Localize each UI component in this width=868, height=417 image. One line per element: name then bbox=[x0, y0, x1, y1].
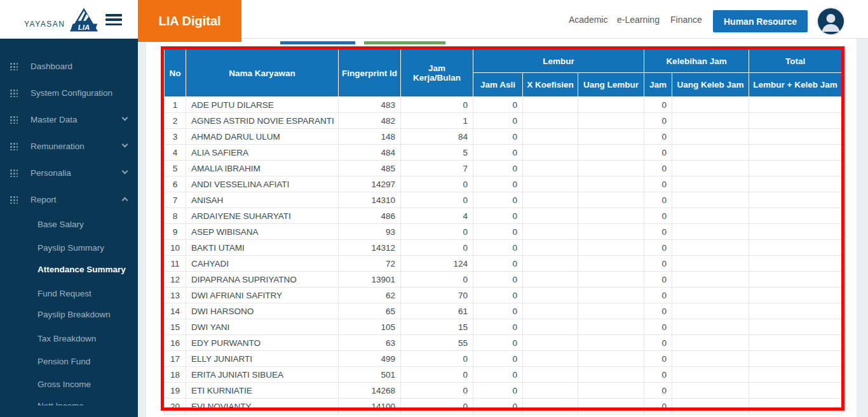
cell-no: 16 bbox=[165, 335, 186, 351]
sidebar-item-report[interactable]: Report bbox=[0, 194, 138, 205]
cell-no: 10 bbox=[165, 240, 186, 256]
apps-icon bbox=[10, 89, 18, 97]
sidebar-subitem-gross-income[interactable]: Gross Income bbox=[0, 378, 138, 390]
cell-uang-lembur bbox=[578, 303, 644, 319]
col-header-uang-keleb: Uang Keleb Jam bbox=[672, 73, 749, 97]
cell-lembur-keleb-jam bbox=[749, 129, 842, 145]
cell-lembur-keleb-jam bbox=[749, 176, 842, 192]
cell-uang-keleb-jam bbox=[672, 161, 749, 176]
cell-x-koefisien bbox=[523, 335, 578, 351]
cell-fingerprint-id: 483 bbox=[339, 97, 401, 113]
cell-x-koefisien bbox=[523, 97, 578, 113]
group-header-kelebihan: Kelebihan Jam bbox=[644, 50, 749, 73]
cell-x-koefisien bbox=[523, 129, 578, 145]
brand-logo[interactable]: YAYASAN LIA bbox=[24, 5, 98, 34]
cell-nama-karyawan: DWI AFRIANI SAFITRY bbox=[186, 288, 339, 303]
cell-x-koefisien bbox=[523, 367, 578, 383]
cell-x-koefisien bbox=[523, 288, 578, 303]
col-header-lembur-keleb: Lembur + Keleb Jam bbox=[749, 73, 842, 97]
cell-jam-kerja-bulan: 15 bbox=[401, 319, 473, 335]
cell-uang-keleb-jam bbox=[672, 192, 749, 208]
cell-lembur-keleb-jam bbox=[749, 383, 842, 399]
nav-elearning[interactable]: e-Learning bbox=[617, 0, 660, 39]
cell-lembur-keleb-jam bbox=[749, 351, 842, 367]
sidebar-subitem-base-salary[interactable]: Base Salary bbox=[0, 218, 138, 230]
cell-nama-karyawan: AHMAD DARUL ULUM bbox=[186, 129, 339, 145]
cell-fingerprint-id: 486 bbox=[339, 208, 401, 224]
cell-lembur-keleb-jam bbox=[749, 367, 842, 383]
cell-uang-lembur bbox=[578, 129, 644, 145]
user-avatar[interactable] bbox=[818, 8, 844, 34]
cell-uang-lembur bbox=[578, 367, 644, 383]
cell-x-koefisien bbox=[523, 319, 578, 335]
cell-uang-lembur bbox=[578, 224, 644, 240]
cell-fingerprint-id: 65 bbox=[339, 303, 401, 319]
green-button-partial[interactable] bbox=[364, 41, 445, 44]
cell-jam-kerja-bulan: 0 bbox=[401, 192, 473, 208]
cell-nama-karyawan: ETI KURNIATIE bbox=[186, 383, 339, 399]
cell-fingerprint-id: 14297 bbox=[339, 176, 401, 192]
sidebar-item-dashboard[interactable]: Dashboard bbox=[0, 60, 138, 72]
cell-lembur-keleb-jam bbox=[749, 113, 842, 129]
cell-jam-asli: 0 bbox=[473, 161, 523, 176]
person-icon bbox=[818, 8, 844, 34]
cell-nama-karyawan: BAKTI UTAMI bbox=[186, 240, 339, 256]
apps-icon bbox=[10, 195, 18, 204]
cell-fingerprint-id: 63 bbox=[339, 335, 401, 351]
cell-no: 2 bbox=[165, 113, 186, 129]
lia-triangle-logo: LIA bbox=[69, 6, 98, 33]
cell-nama-karyawan: ANISAH bbox=[186, 192, 339, 208]
cell-jam-kerja-bulan: 0 bbox=[401, 97, 473, 113]
cell-jam-asli: 0 bbox=[473, 288, 523, 303]
screen: YAYASAN LIA LIA Digital Academic e-Learn… bbox=[0, 0, 868, 417]
nav-academic[interactable]: Academic bbox=[569, 0, 607, 39]
cell-nama-karyawan: DIPAPRANA SUPRIYATNO bbox=[186, 272, 339, 288]
human-resource-button[interactable]: Human Resource bbox=[713, 10, 808, 32]
cell-x-koefisien bbox=[523, 176, 578, 192]
col-header-jam-kerja: Jam Kerja/Bulan bbox=[401, 50, 473, 97]
chevron-down-icon bbox=[122, 115, 128, 121]
chevron-up-icon bbox=[122, 197, 128, 204]
table-row: 14DWI HARSONO656100 bbox=[165, 303, 842, 319]
cell-jam-asli: 0 bbox=[473, 208, 523, 224]
sidebar-item-system-configuration[interactable]: System Configuration bbox=[0, 87, 138, 98]
cell-uang-keleb-jam bbox=[672, 208, 749, 224]
sidebar-item-remuneration[interactable]: Remuneration bbox=[0, 140, 138, 152]
sidebar-subitem-label: Fund Request bbox=[37, 289, 92, 298]
nav-finance[interactable]: Finance bbox=[670, 0, 702, 39]
sidebar-subitem-tax-breakdown[interactable]: Tax Breakdown bbox=[0, 333, 138, 344]
sidebar-subitem-payslip-summary[interactable]: Payslip Summary bbox=[0, 242, 138, 253]
cell-nama-karyawan: CAHYADI bbox=[186, 256, 339, 272]
apps-icon bbox=[10, 169, 18, 177]
cell-no: 18 bbox=[165, 367, 186, 383]
cell-uang-lembur bbox=[578, 113, 644, 129]
sidebar-subitem-nett-income[interactable]: Nett Income bbox=[0, 401, 138, 406]
cell-jam-asli: 0 bbox=[473, 367, 523, 383]
app-title[interactable]: LIA Digital bbox=[138, 0, 241, 42]
cell-lembur-keleb-jam bbox=[749, 97, 842, 113]
sidebar-item-personalia[interactable]: Personalia bbox=[0, 167, 138, 178]
sidebar-subitem-attendance-summary[interactable]: Attendance Summary bbox=[0, 263, 138, 275]
sidebar-item-master-data[interactable]: Master Data bbox=[0, 114, 138, 125]
sidebar-subitem-fund-request[interactable]: Fund Request bbox=[0, 288, 138, 299]
blue-button-partial[interactable] bbox=[280, 41, 355, 44]
table-row: 5AMALIA IBRAHIM485700 bbox=[165, 161, 842, 176]
cell-jam-kerja-bulan: 70 bbox=[401, 288, 473, 303]
cell-no: 12 bbox=[165, 272, 186, 288]
menu-icon[interactable] bbox=[105, 14, 122, 25]
cell-uang-keleb-jam bbox=[672, 256, 749, 272]
sidebar: Dashboard System Configuration Master Da… bbox=[0, 39, 138, 417]
cell-fingerprint-id: 14310 bbox=[339, 192, 401, 208]
cell-jam: 0 bbox=[644, 399, 672, 414]
sidebar-subitem-payslip-breakdown[interactable]: Payslip Breakdown bbox=[0, 308, 138, 320]
cell-jam-asli: 0 bbox=[473, 192, 523, 208]
sidebar-subitem-pension-fund[interactable]: Pension Fund bbox=[0, 355, 138, 367]
cell-no: 7 bbox=[165, 192, 186, 208]
cell-no: 15 bbox=[165, 319, 186, 335]
cell-no: 4 bbox=[165, 145, 186, 161]
cell-no: 19 bbox=[165, 383, 186, 399]
chevron-down-icon bbox=[122, 168, 128, 175]
cell-fingerprint-id: 14100 bbox=[339, 399, 401, 414]
cell-fingerprint-id: 62 bbox=[339, 288, 401, 303]
table-row: 15DWI YANI1051500 bbox=[165, 319, 842, 335]
